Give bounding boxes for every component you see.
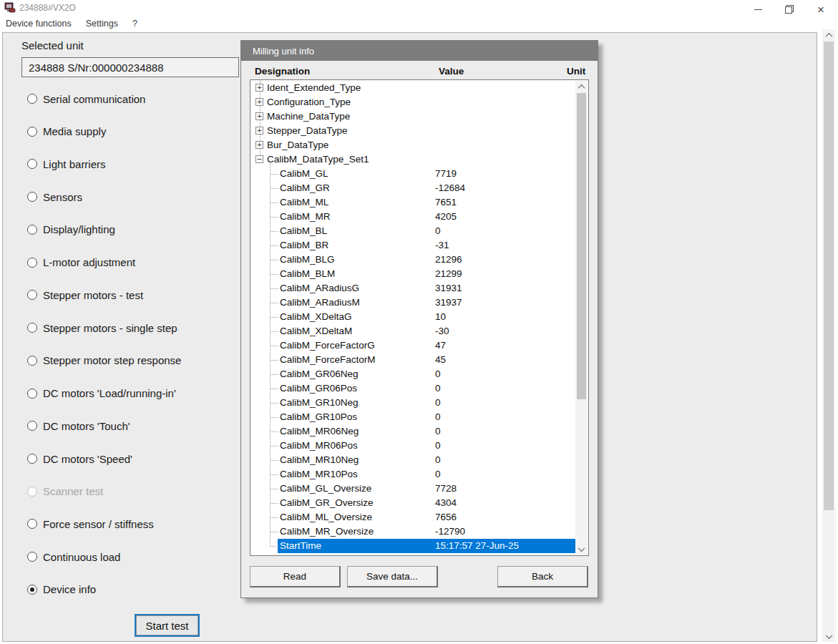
radio-dc-motors-speed[interactable]: DC motors 'Speed' [27, 452, 132, 465]
radio-dc-motors-load-running-in[interactable]: DC motors 'Load/running-in' [27, 387, 176, 400]
tree-row-label: CalibM_MR10Neg [280, 454, 359, 465]
radio-circle-icon [27, 127, 37, 137]
tree-row-calibm-gr[interactable]: CalibM_GR-12684 [250, 181, 576, 195]
tree-row-label: CalibM_GR [280, 182, 330, 193]
tree-branch-line [271, 360, 278, 361]
tree-row-calibm-bl[interactable]: CalibM_BL0 [250, 224, 576, 238]
tree-row-machine-datatype[interactable]: +Machine_DataType [250, 109, 576, 124]
tree-row-value: -12684 [435, 182, 465, 193]
expand-icon[interactable]: + [255, 84, 263, 92]
tree-row-calibm-gr10pos[interactable]: CalibM_GR10Pos0 [250, 410, 576, 424]
radio-stepper-motors-single-step[interactable]: Stepper motors - single step [27, 321, 177, 334]
tree-row-stepper-datatype[interactable]: +Stepper_DataType [250, 124, 576, 138]
expand-icon[interactable]: + [255, 141, 263, 149]
expand-icon[interactable]: + [255, 98, 263, 106]
expand-icon[interactable]: + [255, 112, 263, 120]
tree-branch-line [271, 217, 278, 218]
tree-row-value: 0 [435, 397, 441, 408]
expand-icon[interactable]: + [255, 127, 263, 135]
radio-media-supply[interactable]: Media supply [27, 125, 106, 138]
chevron-down-icon [825, 632, 832, 639]
tree-branch-line [271, 260, 278, 260]
radio-force-sensor-stiffness[interactable]: Force sensor / stiffness [27, 517, 154, 530]
radio-stepper-motors-test[interactable]: Stepper motors - test [27, 288, 143, 301]
collapse-icon[interactable]: − [255, 155, 263, 163]
radio-circle-icon [27, 258, 37, 268]
tree-row-calibm-gr06neg[interactable]: CalibM_GR06Neg0 [250, 367, 576, 381]
tree-row-calibm-mr06neg[interactable]: CalibM_MR06Neg0 [250, 424, 576, 439]
tree-scrollbar-thumb[interactable] [577, 93, 586, 399]
tree-row-calibm-mr06pos[interactable]: CalibM_MR06Pos0 [250, 439, 576, 453]
tree-row-ident-extended-type[interactable]: +Ident_Extended_Type [250, 81, 576, 95]
tree-branch-line [271, 331, 278, 332]
tree-row-calibm-aradiusg[interactable]: CalibM_ARadiusG31931 [250, 281, 576, 296]
tree-row-calibm-gl-oversize[interactable]: CalibM_GL_Oversize7728 [250, 482, 576, 496]
tree-row-calibm-br[interactable]: CalibM_BR-31 [250, 238, 576, 253]
tree-row-calibm-ml[interactable]: CalibM_ML7651 [250, 195, 576, 210]
tree-row-calibm-datatype-set1[interactable]: −CalibM_DataType_Set1 [250, 152, 576, 167]
device-info-tree: +Ident_Extended_Type+Configuration_Type+… [250, 79, 589, 556]
window-titlebar: 234888#VX2O × [0, 0, 838, 16]
radio-serial-communication[interactable]: Serial communication [27, 92, 145, 105]
tree-vertical-scrollbar[interactable] [575, 81, 588, 555]
main-scrollbar-thumb[interactable] [824, 42, 834, 510]
tree-branch-line [271, 474, 278, 475]
restore-icon [785, 5, 794, 14]
start-test-button[interactable]: Start test [135, 614, 200, 637]
tree-row-calibm-mr-oversize[interactable]: CalibM_MR_Oversize-12790 [250, 525, 576, 539]
tree-row-calibm-mr10neg[interactable]: CalibM_MR10Neg0 [250, 453, 576, 467]
radio-dc-motors-touch[interactable]: DC motors 'Touch' [27, 419, 130, 432]
scroll-up-button[interactable] [822, 29, 835, 41]
tree-row-calibm-xdeltam[interactable]: CalibM_XDeltaM-30 [250, 324, 576, 338]
radio-display-lighting[interactable]: Display/lighting [27, 223, 115, 236]
tree-branch-line [271, 231, 278, 232]
tree-scroll-down-button[interactable] [575, 543, 588, 555]
tree-row-calibm-ml-oversize[interactable]: CalibM_ML_Oversize7656 [250, 510, 576, 525]
tree-row-value: 0 [435, 369, 441, 379]
radio-label: Stepper motor step response [43, 354, 181, 366]
radio-stepper-motor-step-response[interactable]: Stepper motor step response [27, 354, 181, 367]
selected-unit-field[interactable] [21, 57, 239, 77]
radio-label: Media supply [43, 125, 106, 137]
read-button[interactable]: Read [250, 566, 341, 587]
menu-item-device-functions[interactable]: Device functions [0, 17, 79, 30]
save-data-button[interactable]: Save data... [347, 566, 438, 587]
tree-row-calibm-blg[interactable]: CalibM_BLG21296 [250, 253, 576, 267]
menu-item-[interactable]: ? [125, 17, 145, 30]
scroll-down-button[interactable] [822, 630, 835, 642]
radio-light-barriers[interactable]: Light barriers [27, 157, 106, 170]
back-button[interactable]: Back [497, 566, 588, 587]
tree-scroll-up-button[interactable] [575, 81, 588, 92]
radio-device-info[interactable]: Device info [27, 583, 96, 596]
tree-row-calibm-mr10pos[interactable]: CalibM_MR10Pos0 [250, 467, 576, 482]
radio-sensors[interactable]: Sensors [27, 190, 82, 203]
dialog-titlebar[interactable]: Milling unit info [241, 41, 598, 61]
tree-row-calibm-gr06pos[interactable]: CalibM_GR06Pos0 [250, 381, 576, 396]
tree-row-label: Bur_DataType [267, 140, 328, 150]
tree-row-calibm-blm[interactable]: CalibM_BLM21299 [250, 267, 576, 281]
tree-row-calibm-mr[interactable]: CalibM_MR4205 [250, 210, 576, 224]
tree-row-label: CalibM_GR10Neg [280, 397, 359, 408]
radio-circle-icon [27, 552, 37, 562]
radio-continuous-load[interactable]: Continuous load [27, 550, 120, 563]
tree-row-calibm-gr-oversize[interactable]: CalibM_GR_Oversize4304 [250, 496, 576, 510]
tree-row-calibm-aradiusm[interactable]: CalibM_ARadiusM31937 [250, 296, 576, 310]
tree-row-calibm-forcefactorm[interactable]: CalibM_ForceFactorM45 [250, 353, 576, 367]
main-vertical-scrollbar[interactable] [822, 29, 835, 642]
column-header-designation: Designation [255, 66, 310, 77]
tree-row-calibm-gl[interactable]: CalibM_GL7719 [250, 167, 576, 181]
menu-item-settings[interactable]: Settings [79, 17, 125, 30]
tree-row-calibm-forcefactorg[interactable]: CalibM_ForceFactorG47 [250, 338, 576, 353]
dialog-body: Designation Value Unit +Ident_Extended_T… [241, 61, 598, 597]
milling-unit-info-dialog: Milling unit info Designation Value Unit… [240, 40, 598, 598]
tree-row-calibm-gr10neg[interactable]: CalibM_GR10Neg0 [250, 396, 576, 410]
radio-l-motor-adjustment[interactable]: L-motor adjustment [27, 256, 135, 269]
tree-row-value: 0 [435, 225, 441, 236]
tree-row-bur-datatype[interactable]: +Bur_DataType [250, 138, 576, 152]
tree-row-starttime[interactable]: StartTime15:17:57 27-Jun-25 [250, 539, 576, 553]
tree-row-value: 21296 [435, 254, 462, 265]
tree-row-label: CalibM_BLG [280, 254, 335, 265]
tree-row-configuration-type[interactable]: +Configuration_Type [250, 95, 576, 109]
tree-row-calibm-xdeltag[interactable]: CalibM_XDeltaG10 [250, 310, 576, 324]
dialog-title: Milling unit info [241, 46, 314, 57]
